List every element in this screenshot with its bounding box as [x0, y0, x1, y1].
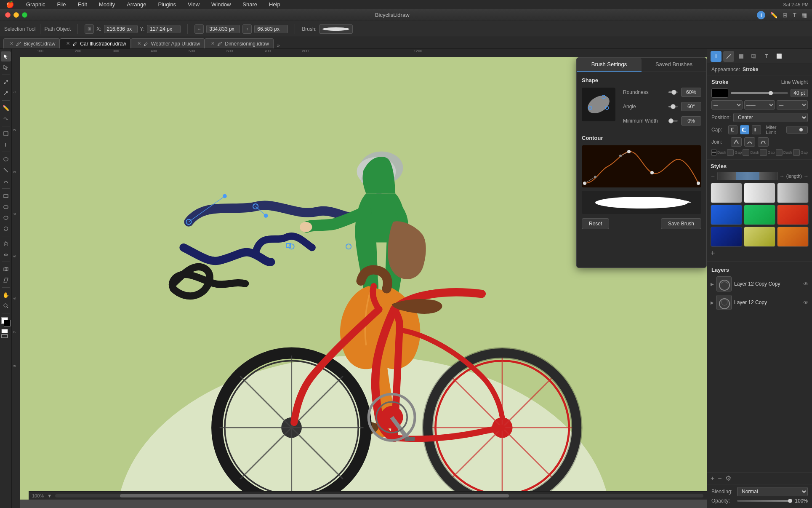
gap-input-2[interactable] — [776, 149, 783, 156]
tab-3[interactable]: ✕ 🖊 Dimensioning.idraw — [205, 38, 274, 48]
layer-visibility-0[interactable]: 👁 — [803, 281, 809, 287]
canvas-content[interactable]: Brush Settings Saved Brushes Shape — [20, 57, 707, 500]
node-tool[interactable] — [1, 77, 11, 87]
tab-close-btn-0[interactable]: ✕ 🖊 Bicyclist.idraw — [3, 38, 60, 48]
reset-brush-button[interactable]: Reset — [582, 218, 609, 229]
line-weight-slider[interactable] — [731, 92, 788, 94]
dash-input-1[interactable] — [727, 149, 734, 156]
star-tool[interactable] — [1, 238, 11, 249]
save-brush-button[interactable]: Save Brush — [661, 218, 701, 229]
opacity-thumb[interactable] — [788, 499, 792, 503]
panel-icon-info[interactable]: i — [711, 51, 721, 62]
roundness-value[interactable]: 60% — [681, 88, 701, 97]
min-width-value[interactable]: 0% — [681, 116, 701, 126]
tab-close-2[interactable]: ✕ — [137, 41, 141, 46]
add-style-button[interactable]: + — [711, 249, 715, 257]
angle-value[interactable]: 60° — [681, 102, 701, 111]
tab-close-1[interactable]: ✕ — [66, 41, 70, 46]
layer-row-0[interactable]: ▶ Layer 12 Copy Copy 👁 — [707, 275, 812, 293]
style-swatch-yellow-green[interactable] — [744, 227, 775, 247]
style-swatch-gray1[interactable] — [711, 183, 742, 203]
menu-share[interactable]: Share — [240, 1, 260, 8]
selection-tool[interactable] — [1, 51, 11, 61]
shear-tool[interactable] — [1, 275, 11, 285]
menu-window[interactable]: Window — [209, 1, 233, 8]
rectangle-tool[interactable] — [1, 191, 11, 201]
saved-brushes-tab[interactable]: Saved Brushes — [642, 58, 706, 72]
roundness-slider[interactable] — [668, 91, 678, 93]
menu-view[interactable]: View — [185, 1, 202, 8]
hand-tool[interactable]: ✋ — [1, 290, 11, 300]
ellipse-tool[interactable] — [1, 213, 11, 223]
roundness-thumb[interactable] — [671, 90, 676, 95]
style-swatch-gray3[interactable] — [777, 183, 809, 203]
type-icon[interactable]: T — [793, 12, 796, 19]
text-tool[interactable]: T — [1, 139, 11, 150]
join-miter[interactable] — [731, 137, 742, 147]
menu-help[interactable]: Help — [266, 1, 283, 8]
join-round[interactable] — [744, 137, 755, 147]
layers-icon[interactable]: ▦ — [801, 12, 807, 19]
panel-icon-image[interactable]: ⬜ — [774, 51, 785, 62]
dash-input-2[interactable] — [760, 149, 767, 156]
grid-icon[interactable]: ⊞ — [783, 12, 788, 19]
direct-selection-tool[interactable] — [1, 62, 11, 72]
line-weight-thumb[interactable] — [769, 91, 773, 95]
tab-2[interactable]: ✕ 🖊 Weather App UI.idraw — [131, 38, 205, 48]
info-icon[interactable]: i — [757, 11, 765, 19]
freehand-tool[interactable] — [1, 114, 11, 124]
cap-round[interactable] — [740, 125, 749, 134]
pen-tool[interactable] — [1, 88, 11, 98]
tab-1[interactable]: ✕ 🖊 Car Illustration.idraw — [60, 38, 130, 48]
angle-slider[interactable] — [668, 106, 678, 107]
width-icon[interactable]: ↔ — [194, 24, 204, 34]
maximize-button[interactable] — [22, 12, 27, 18]
line-start-style[interactable]: — — [711, 100, 743, 110]
tab-close-0[interactable]: ✕ — [10, 41, 13, 46]
dash-input-3[interactable] — [793, 149, 800, 156]
angle-thumb[interactable] — [671, 104, 676, 109]
minimize-button[interactable] — [13, 12, 19, 18]
delete-layer-button[interactable]: − — [718, 475, 721, 482]
zoom-tool[interactable] — [1, 301, 11, 311]
style-swatch-gray2[interactable] — [744, 183, 775, 203]
stroke-color-swatch[interactable] — [711, 88, 728, 98]
add-layer-button[interactable]: + — [711, 475, 714, 482]
layer-visibility-1[interactable]: 👁 — [803, 299, 809, 306]
line-mid-style[interactable]: —— — [744, 100, 775, 110]
arc-tool[interactable] — [1, 176, 11, 186]
panel-icon-shadow[interactable] — [748, 51, 759, 62]
style-swatch-green[interactable] — [744, 205, 775, 225]
panel-icon-text[interactable]: T — [761, 51, 772, 62]
layer-settings-button[interactable]: ⚙ — [725, 474, 731, 482]
line-tool[interactable] — [1, 165, 11, 175]
menu-edit[interactable]: Edit — [75, 1, 89, 8]
menu-file[interactable]: File — [55, 1, 69, 8]
contour-graph[interactable] — [582, 145, 701, 187]
menu-arrange[interactable]: Arrange — [124, 1, 149, 8]
height-icon[interactable]: ↕ — [242, 24, 252, 34]
line-end-style[interactable]: — — [777, 100, 808, 110]
zoom-down-icon[interactable]: ▼ — [47, 493, 52, 498]
fill-stroke-toggle[interactable] — [1, 329, 11, 338]
scroll-bar-h[interactable] — [55, 494, 703, 497]
menu-graphic[interactable]: Graphic — [24, 1, 48, 8]
x-value[interactable]: 216.636 px — [104, 25, 138, 33]
color-swatches[interactable] — [1, 317, 11, 326]
zoom-level[interactable]: 100% — [32, 493, 44, 498]
opacity-slider[interactable] — [737, 500, 792, 502]
cap-butt[interactable] — [728, 125, 737, 134]
pen-icon[interactable]: ✏️ — [770, 12, 777, 19]
menu-modify[interactable]: Modify — [96, 1, 117, 8]
brush-settings-tab[interactable]: Brush Settings — [577, 58, 642, 72]
shape-tool[interactable] — [1, 128, 11, 139]
tab-overflow[interactable]: » — [274, 43, 283, 48]
transform-icon[interactable]: ⊞ — [85, 24, 94, 34]
blending-select[interactable]: Normal Multiply Screen Overlay — [737, 487, 808, 496]
apple-menu[interactable]: 🍎 — [3, 0, 17, 8]
boolean-op-tool[interactable] — [1, 264, 11, 274]
line-weight-value[interactable]: 40 pt — [791, 89, 808, 97]
position-select[interactable]: Center Inside Outside — [733, 113, 808, 122]
min-width-thumb[interactable] — [668, 118, 674, 123]
tab-close-3[interactable]: ✕ — [211, 41, 215, 46]
